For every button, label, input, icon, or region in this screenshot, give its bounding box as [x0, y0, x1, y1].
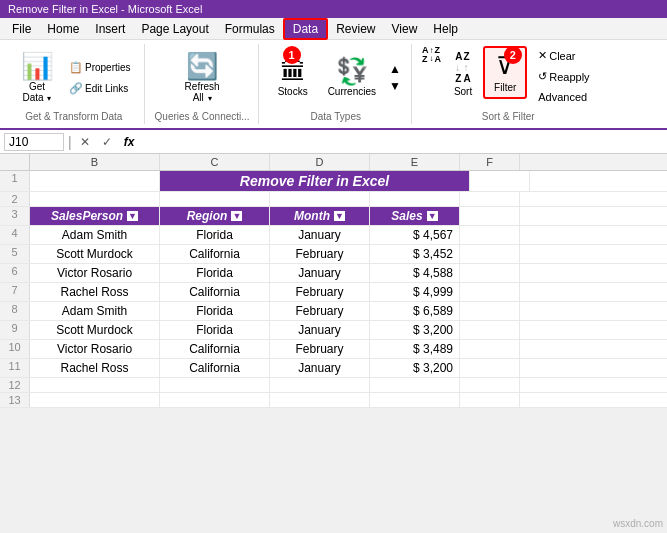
menu-review[interactable]: Review — [328, 20, 383, 38]
cell-salesperson-4[interactable]: Adam Smith — [30, 226, 160, 244]
cell-region-7[interactable]: California — [160, 283, 270, 301]
cell-salesperson-8[interactable]: Adam Smith — [30, 302, 160, 320]
cell-sales-7[interactable]: $ 4,999 — [370, 283, 460, 301]
clear-button[interactable]: ✕ Clear — [533, 46, 594, 65]
header-region-label: Region — [187, 209, 228, 223]
rownum-6: 6 — [0, 264, 30, 282]
cell-reference[interactable]: J10 — [4, 133, 64, 151]
cell-salesperson-5[interactable]: Scott Murdock — [30, 245, 160, 263]
menu-data[interactable]: Data — [283, 18, 328, 40]
watermark: wsxdn.com — [613, 518, 663, 529]
menu-formulas[interactable]: Formulas — [217, 20, 283, 38]
cancel-formula[interactable]: ✕ — [76, 135, 94, 149]
reapply-button[interactable]: ↺ Reapply — [533, 67, 594, 86]
col-header-e[interactable]: E — [370, 154, 460, 170]
refresh-all-button[interactable]: 🔄 RefreshAll ▾ — [176, 48, 229, 108]
cell-month-6[interactable]: January — [270, 264, 370, 282]
ribbon-group-queries: 🔄 RefreshAll ▾ Queries & Connecti... — [147, 44, 259, 124]
row-13: 13 — [0, 393, 667, 408]
cell-salesperson-11[interactable]: Rachel Ross — [30, 359, 160, 377]
cell-f-9[interactable] — [460, 321, 520, 339]
confirm-formula[interactable]: ✓ — [98, 135, 116, 149]
cell-region-8[interactable]: Florida — [160, 302, 270, 320]
filter-sales[interactable]: ▼ — [427, 211, 438, 221]
cell-d2[interactable] — [270, 192, 370, 206]
cell-sales-5[interactable]: $ 3,452 — [370, 245, 460, 263]
title-text: Remove Filter in Excel - Microsoft Excel — [8, 3, 202, 15]
cell-f2[interactable] — [460, 192, 520, 206]
menu-home[interactable]: Home — [39, 20, 87, 38]
col-header-d[interactable]: D — [270, 154, 370, 170]
cell-region-5[interactable]: California — [160, 245, 270, 263]
cell-e2[interactable] — [370, 192, 460, 206]
cell-salesperson-10[interactable]: Victor Rosario — [30, 340, 160, 358]
cell-region-10[interactable]: California — [160, 340, 270, 358]
menu-file[interactable]: File — [4, 20, 39, 38]
queries-label: Queries & Connecti... — [155, 109, 250, 122]
formula-input[interactable] — [142, 135, 663, 149]
menu-insert[interactable]: Insert — [87, 20, 133, 38]
cell-sales-10[interactable]: $ 3,489 — [370, 340, 460, 358]
header-empty[interactable] — [460, 207, 520, 225]
menu-page-layout[interactable]: Page Layout — [133, 20, 216, 38]
cell-salesperson-6[interactable]: Victor Rosario — [30, 264, 160, 282]
cell-sales-8[interactable]: $ 6,589 — [370, 302, 460, 320]
header-salesperson[interactable]: SalesPerson ▼ — [30, 207, 160, 225]
cell-month-11[interactable]: January — [270, 359, 370, 377]
advanced-button[interactable]: Advanced — [533, 88, 594, 106]
col-header-c[interactable]: C — [160, 154, 270, 170]
cell-f1[interactable] — [470, 171, 530, 191]
cell-month-4[interactable]: January — [270, 226, 370, 244]
cell-month-5[interactable]: February — [270, 245, 370, 263]
data-type-down[interactable]: ▼ — [387, 78, 403, 94]
cell-b2[interactable] — [30, 192, 160, 206]
cell-c2[interactable] — [160, 192, 270, 206]
cell-f-8[interactable] — [460, 302, 520, 320]
header-region[interactable]: Region ▼ — [160, 207, 270, 225]
cell-month-8[interactable]: February — [270, 302, 370, 320]
cell-region-6[interactable]: Florida — [160, 264, 270, 282]
cell-month-9[interactable]: January — [270, 321, 370, 339]
filter-region[interactable]: ▼ — [231, 211, 242, 221]
cell-f-5[interactable] — [460, 245, 520, 263]
currencies-button[interactable]: 💱 Currencies — [319, 53, 385, 102]
cell-region-11[interactable]: California — [160, 359, 270, 377]
cell-month-7[interactable]: February — [270, 283, 370, 301]
sort-button[interactable]: A↓Z Z↑A Sort — [445, 46, 481, 102]
cell-month-10[interactable]: February — [270, 340, 370, 358]
edit-links-button[interactable]: 🔗 Edit Links — [64, 79, 136, 98]
cell-f-6[interactable] — [460, 264, 520, 282]
header-month[interactable]: Month ▼ — [270, 207, 370, 225]
data-type-up[interactable]: ▲ — [387, 61, 403, 77]
cell-f-4[interactable] — [460, 226, 520, 244]
cell-f-11[interactable] — [460, 359, 520, 377]
cell-f-10[interactable] — [460, 340, 520, 358]
cell-salesperson-7[interactable]: Rachel Ross — [30, 283, 160, 301]
cell-f-7[interactable] — [460, 283, 520, 301]
col-header-b[interactable]: B — [30, 154, 160, 170]
cell-sales-11[interactable]: $ 3,200 — [370, 359, 460, 377]
insert-function[interactable]: fx — [120, 135, 139, 149]
get-data-button[interactable]: 📊 GetData ▾ — [12, 48, 62, 108]
header-sales[interactable]: Sales ▼ — [370, 207, 460, 225]
spreadsheet: B C D E F 1 Remove Filter in Excel 2 3 S… — [0, 154, 667, 408]
filter-label: Filter — [494, 82, 516, 93]
filter-salesperson[interactable]: ▼ — [127, 211, 138, 221]
menu-help[interactable]: Help — [425, 20, 466, 38]
col-header-f[interactable]: F — [460, 154, 520, 170]
cell-sales-4[interactable]: $ 4,567 — [370, 226, 460, 244]
menu-view[interactable]: View — [384, 20, 426, 38]
stocks-label: Stocks — [278, 86, 308, 97]
row-8: 8 Adam Smith Florida February $ 6,589 — [0, 302, 667, 321]
currencies-label: Currencies — [328, 86, 376, 97]
cell-b1[interactable] — [30, 171, 160, 191]
cell-sales-6[interactable]: $ 4,588 — [370, 264, 460, 282]
row-2: 2 — [0, 192, 667, 207]
cell-salesperson-9[interactable]: Scott Murdock — [30, 321, 160, 339]
cell-region-4[interactable]: Florida — [160, 226, 270, 244]
properties-button[interactable]: 📋 Properties — [64, 58, 136, 77]
cell-sales-9[interactable]: $ 3,200 — [370, 321, 460, 339]
cell-region-9[interactable]: Florida — [160, 321, 270, 339]
filter-month[interactable]: ▼ — [334, 211, 345, 221]
rownum-2: 2 — [0, 192, 30, 206]
